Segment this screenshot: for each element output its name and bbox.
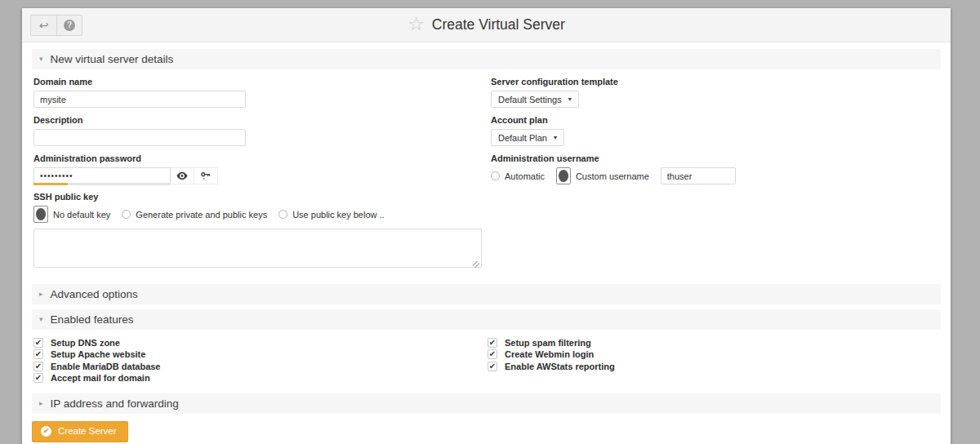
key-icon: * — [200, 171, 212, 182]
checkbox-checked[interactable]: ✔ — [33, 349, 43, 359]
checkbox-checked[interactable]: ✔ — [488, 362, 497, 371]
eye-icon — [176, 171, 188, 180]
help-button[interactable]: ? — [56, 16, 82, 35]
feature-row: ✔ Accept mail for domain — [33, 373, 488, 383]
feature-label: Create Webmin login — [505, 349, 594, 359]
details-section-body: Domain name Description Administration p… — [32, 69, 941, 279]
create-server-card: ↩ ? ☆ Create Virtual Server ▾ New virtua… — [22, 8, 951, 444]
password-strength-bar — [33, 183, 171, 185]
chevron-down-icon: ▾ — [568, 95, 572, 103]
radio-use-public-key[interactable] — [278, 210, 287, 219]
checkbox-checked[interactable]: ✔ — [33, 373, 43, 383]
ssh-key-label: SSH public key — [33, 192, 491, 202]
caret-right-icon: ▸ — [39, 400, 43, 407]
section-title: Enabled features — [51, 313, 134, 326]
radio-label: Use public key below .. — [292, 210, 385, 220]
header-button-group: ↩ ? — [30, 15, 82, 36]
section-title: New virtual server details — [51, 53, 174, 65]
caret-down-icon: ▾ — [39, 56, 43, 63]
password-row: * — [33, 167, 491, 184]
feature-label: Accept mail for domain — [51, 373, 150, 383]
radio-generate-keys[interactable] — [122, 210, 131, 219]
details-right-column: Server configuration template Default Se… — [491, 69, 939, 271]
feature-label: Setup spam filtering — [505, 338, 591, 348]
section-title: Advanced options — [51, 288, 138, 300]
features-right-column: ✔ Setup spam filtering ✔ Create Webmin l… — [488, 335, 939, 385]
account-plan-label: Account plan — [491, 115, 939, 125]
feature-label: Setup DNS zone — [51, 338, 120, 348]
description-label: Description — [33, 115, 491, 125]
help-icon: ? — [64, 20, 75, 31]
section-header-features[interactable]: ▾ Enabled features — [32, 309, 941, 330]
feature-label: Setup Apache website — [51, 349, 145, 359]
ssh-key-radio-row: No default key Generate private and publ… — [33, 206, 491, 223]
admin-username-label: Administration username — [491, 153, 939, 163]
caret-down-icon: ▾ — [39, 316, 43, 323]
feature-row: ✔ Setup Apache website — [33, 349, 488, 359]
resize-handle[interactable] — [473, 261, 479, 268]
radio-no-default-key[interactable] — [33, 206, 48, 223]
back-button[interactable]: ↩ — [31, 16, 56, 35]
template-select[interactable]: Default Settings ▾ — [491, 91, 579, 108]
caret-right-icon: ▸ — [39, 291, 43, 298]
feature-row: ✔ Setup DNS zone — [33, 338, 488, 348]
section-header-ip[interactable]: ▸ IP address and forwarding — [32, 393, 941, 414]
create-server-label: Create Server — [58, 426, 117, 436]
feature-row: ✔ Enable MariaDB database — [33, 362, 488, 371]
features-left-column: ✔ Setup DNS zone ✔ Setup Apache website … — [33, 335, 488, 385]
back-arrow-icon: ↩ — [39, 19, 49, 32]
domain-name-label: Domain name — [33, 77, 491, 87]
checkbox-checked[interactable]: ✔ — [488, 338, 497, 348]
random-password-button[interactable]: * — [194, 167, 218, 184]
template-label: Server configuration template — [491, 77, 939, 87]
card-header: ↩ ? ☆ Create Virtual Server — [22, 8, 951, 42]
template-select-value: Default Settings — [498, 95, 562, 104]
checkbox-checked[interactable]: ✔ — [488, 349, 497, 359]
ssh-key-textarea-wrap — [33, 229, 482, 271]
title-wrap: ☆ Create Virtual Server — [22, 8, 951, 42]
features-section-body: ✔ Setup DNS zone ✔ Setup Apache website … — [32, 330, 941, 393]
page-title: Create Virtual Server — [432, 16, 565, 33]
create-server-button[interactable]: ✔ Create Server — [32, 421, 128, 442]
feature-row: ✔ Enable AWStats reporting — [488, 362, 939, 371]
svg-text:*: * — [203, 176, 206, 181]
password-wrap — [33, 167, 171, 184]
admin-password-input[interactable] — [33, 167, 171, 184]
check-circle-icon: ✔ — [41, 426, 51, 437]
radio-custom-username[interactable] — [556, 167, 571, 184]
radio-label: Generate private and public keys — [136, 210, 267, 220]
card-body: ▾ New virtual server details Domain name… — [22, 42, 951, 444]
details-left-column: Domain name Description Administration p… — [33, 69, 491, 271]
radio-label: No default key — [53, 210, 110, 220]
section-header-details[interactable]: ▾ New virtual server details — [32, 49, 941, 69]
checkbox-checked[interactable]: ✔ — [33, 362, 43, 371]
feature-label: Enable AWStats reporting — [505, 362, 615, 371]
custom-username-input[interactable] — [661, 167, 736, 184]
radio-automatic-username[interactable] — [491, 171, 500, 180]
radio-label: Custom username — [576, 171, 649, 181]
chevron-down-icon: ▾ — [554, 134, 557, 141]
radio-label: Automatic — [505, 171, 545, 181]
feature-label: Enable MariaDB database — [51, 362, 161, 371]
ssh-public-key-textarea[interactable] — [33, 229, 482, 268]
checkbox-checked[interactable]: ✔ — [33, 338, 43, 348]
admin-password-label: Administration password — [33, 153, 491, 163]
domain-name-input[interactable] — [33, 91, 246, 108]
show-password-button[interactable] — [171, 167, 194, 184]
account-plan-select[interactable]: Default Plan ▾ — [491, 129, 564, 146]
feature-row: ✔ Create Webmin login — [488, 349, 939, 359]
account-plan-select-value: Default Plan — [498, 133, 547, 143]
favorite-star-icon: ☆ — [408, 15, 425, 33]
section-title: IP address and forwarding — [51, 397, 179, 410]
description-input[interactable] — [33, 129, 246, 146]
feature-row: ✔ Setup spam filtering — [488, 338, 939, 348]
section-header-advanced[interactable]: ▸ Advanced options — [32, 284, 941, 304]
admin-username-radio-row: Automatic Custom username — [491, 167, 939, 184]
